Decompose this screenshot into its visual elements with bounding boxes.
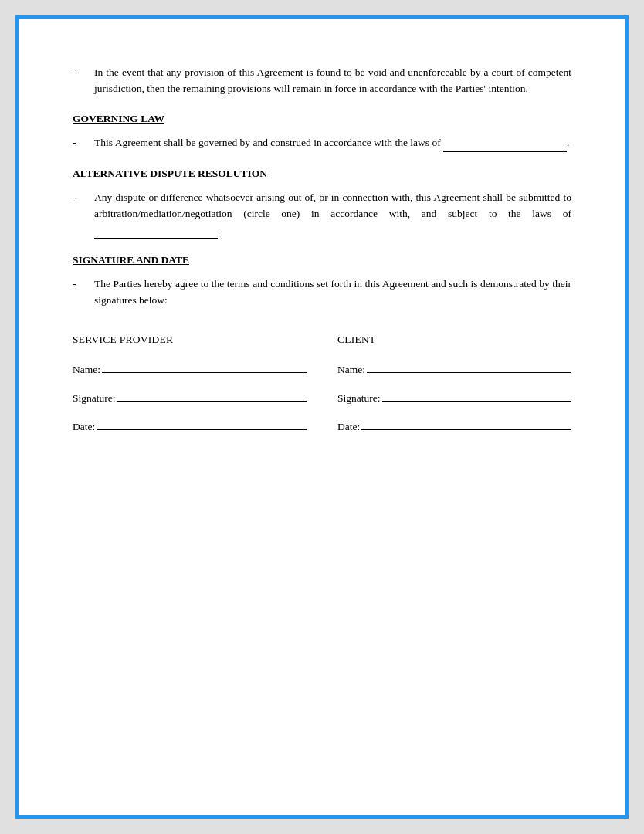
bullet-dash-3: - xyxy=(73,190,94,206)
adr-heading: ALTERNATIVE DISPUTE RESOLUTION xyxy=(73,166,571,182)
client-date-line xyxy=(361,429,571,430)
bullet-dash-1: - xyxy=(73,65,94,81)
provider-signature-label: Signature: xyxy=(73,391,116,407)
provider-date-line xyxy=(97,429,307,430)
signature-text: The Parties hereby agree to the terms an… xyxy=(94,276,571,309)
adr-item: - Any dispute or difference whatsoever a… xyxy=(73,190,571,239)
client-signature-field: Signature: xyxy=(337,391,571,407)
signature-item: - The Parties hereby agree to the terms … xyxy=(73,276,571,309)
client-date-label: Date: xyxy=(337,419,360,436)
governing-law-blank xyxy=(443,135,567,152)
bullet-dash-2: - xyxy=(73,135,94,151)
adr-text-part2: . xyxy=(218,223,220,235)
provider-name-label: Name: xyxy=(73,362,100,378)
client-signature-line xyxy=(382,401,572,402)
governing-law-heading: GOVERNING LAW xyxy=(73,111,571,127)
document-page: - In the event that any provision of thi… xyxy=(15,15,629,819)
document-content: - In the event that any provision of thi… xyxy=(73,65,571,448)
provider-date-label: Date: xyxy=(73,419,95,436)
client-signature-label: Signature: xyxy=(337,391,381,407)
signatures-section: SERVICE PROVIDER Name: Signature: Date: … xyxy=(73,332,571,448)
provider-name-line xyxy=(102,372,307,373)
void-provision-text: In the event that any provision of this … xyxy=(94,65,571,97)
service-provider-role: SERVICE PROVIDER xyxy=(73,332,307,348)
client-date-field: Date: xyxy=(337,419,571,436)
provider-signature-line xyxy=(117,401,307,402)
client-name-label: Name: xyxy=(337,362,365,378)
governing-law-item: - This Agreement shall be governed by an… xyxy=(73,135,571,152)
signature-heading: SIGNATURE AND DATE xyxy=(73,253,571,269)
adr-text-part1: Any dispute or difference whatsoever ari… xyxy=(94,192,571,219)
adr-blank xyxy=(94,222,218,239)
governing-law-text: This Agreement shall be governed by and … xyxy=(94,135,571,152)
governing-law-text-part: This Agreement shall be governed by and … xyxy=(94,137,441,148)
provider-name-field: Name: xyxy=(73,362,307,378)
client-name-line xyxy=(367,372,571,373)
client-column: CLIENT Name: Signature: Date: xyxy=(337,332,571,448)
client-role: CLIENT xyxy=(337,332,571,348)
void-provision-item: - In the event that any provision of thi… xyxy=(73,65,571,97)
provider-signature-field: Signature: xyxy=(73,391,307,407)
service-provider-column: SERVICE PROVIDER Name: Signature: Date: xyxy=(73,332,307,448)
client-name-field: Name: xyxy=(337,362,571,378)
provider-date-field: Date: xyxy=(73,419,307,436)
bullet-dash-4: - xyxy=(73,276,94,293)
adr-text: Any dispute or difference whatsoever ari… xyxy=(94,190,571,239)
